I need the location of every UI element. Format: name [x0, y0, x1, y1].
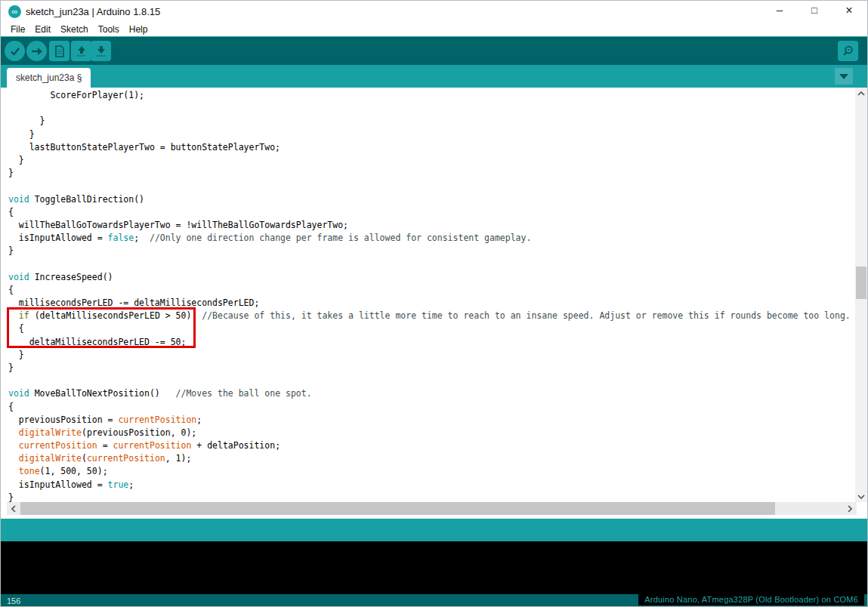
code-line: void ToggleBallDirection()	[8, 193, 857, 206]
line-status-bar: 156 Arduino Nano, ATmega328P (Old Bootlo…	[1, 594, 867, 607]
code-line: }	[8, 245, 857, 257]
scroll-right-button[interactable]	[843, 502, 857, 515]
arrow-down-icon	[95, 45, 107, 57]
code-editor[interactable]: ScoreForPlayer(1); } } lastButtonStatePl…	[1, 88, 867, 502]
minimize-button[interactable]: –	[763, 1, 796, 22]
code-line: }	[8, 167, 857, 180]
annotation-red-box	[7, 307, 196, 348]
menu-tools[interactable]: Tools	[94, 23, 124, 36]
code-line: previousPosition = currentPosition;	[8, 414, 857, 427]
menu-file[interactable]: File	[7, 23, 29, 36]
save-button[interactable]	[91, 41, 111, 61]
arrow-up-icon	[76, 45, 88, 57]
upload-button[interactable]	[26, 41, 47, 61]
line-number: 156	[7, 596, 20, 605]
code-line: }	[8, 362, 857, 374]
title-bar[interactable]: ∞ sketch_jun23a | Arduino 1.8.15 – □ ×	[1, 1, 867, 23]
code-line: }	[8, 491, 857, 502]
code-line: isInputAllowed = false; //Only one direc…	[8, 232, 857, 245]
code-line: ScoreForPlayer(1);	[8, 89, 857, 102]
serial-monitor-button[interactable]	[838, 41, 858, 61]
horizontal-scroll-thumb[interactable]	[20, 502, 775, 515]
verify-button[interactable]	[5, 41, 25, 61]
code-line: {	[8, 401, 857, 414]
horizontal-scrollbar[interactable]	[1, 502, 867, 516]
menu-bar: File Edit Sketch Tools Help	[1, 23, 867, 36]
document-icon	[54, 45, 66, 57]
menu-help[interactable]: Help	[125, 23, 153, 36]
vertical-scrollbar[interactable]	[855, 88, 867, 502]
code-line	[8, 374, 857, 387]
tab-bar: sketch_jun23a §	[1, 65, 867, 88]
toolbar	[1, 36, 867, 65]
status-message-strip	[1, 519, 867, 541]
close-button[interactable]: ×	[832, 1, 866, 22]
open-button[interactable]	[71, 41, 91, 61]
chevron-down-icon	[839, 74, 848, 79]
tab-sketch-jun23a[interactable]: sketch_jun23a §	[7, 68, 91, 88]
tab-list-dropdown-button[interactable]	[835, 68, 853, 85]
scroll-left-button[interactable]	[7, 502, 20, 515]
arduino-logo-icon: ∞	[8, 5, 21, 18]
code-line: void IncreaseSpeed()	[8, 271, 857, 284]
arduino-ide-window: ∞ sketch_jun23a | Arduino 1.8.15 – □ × F…	[0, 0, 868, 607]
code-line: }	[8, 115, 857, 128]
code-line: {	[8, 284, 857, 297]
scroll-down-button[interactable]	[855, 491, 867, 502]
arrow-right-icon	[31, 45, 43, 57]
code-line: willTheBallGoTowardsPlayerTwo = !willThe…	[8, 219, 857, 232]
menu-edit[interactable]: Edit	[31, 23, 55, 36]
code-area: ScoreForPlayer(1); } } lastButtonStatePl…	[1, 88, 857, 502]
code-line: digitalWrite(previousPosition, 0);	[8, 427, 857, 439]
window-title: sketch_jun23a | Arduino 1.8.15	[26, 6, 160, 17]
code-line: tone(1, 500, 50);	[8, 465, 857, 478]
maximize-button[interactable]: □	[798, 1, 831, 22]
code-line	[8, 180, 857, 193]
code-line: }	[8, 154, 857, 167]
horizontal-scroll-track[interactable]	[20, 502, 843, 515]
scroll-up-button[interactable]	[855, 88, 867, 99]
new-sketch-button[interactable]	[49, 41, 70, 61]
code-line: isInputAllowed = true;	[8, 479, 857, 491]
code-line: }	[8, 128, 857, 141]
code-line: digitalWrite(currentPosition, 1);	[8, 452, 857, 465]
code-line	[8, 257, 857, 270]
code-line: }	[8, 349, 857, 362]
code-line: void MoveBallToNextPosition() //Moves th…	[8, 387, 857, 400]
console-output	[1, 541, 867, 594]
menu-sketch[interactable]: Sketch	[57, 23, 93, 36]
code-line: currentPosition = currentPosition + delt…	[8, 439, 857, 452]
check-icon	[9, 45, 21, 57]
code-line	[8, 102, 857, 115]
vertical-scroll-thumb[interactable]	[856, 267, 866, 299]
code-line: lastButtonStatePlayerTwo = buttonStatePl…	[8, 141, 857, 154]
magnifier-icon	[842, 45, 854, 57]
code-line: {	[8, 206, 857, 219]
board-port-info: Arduino Nano, ATmega328P (Old Bootloader…	[638, 594, 864, 605]
